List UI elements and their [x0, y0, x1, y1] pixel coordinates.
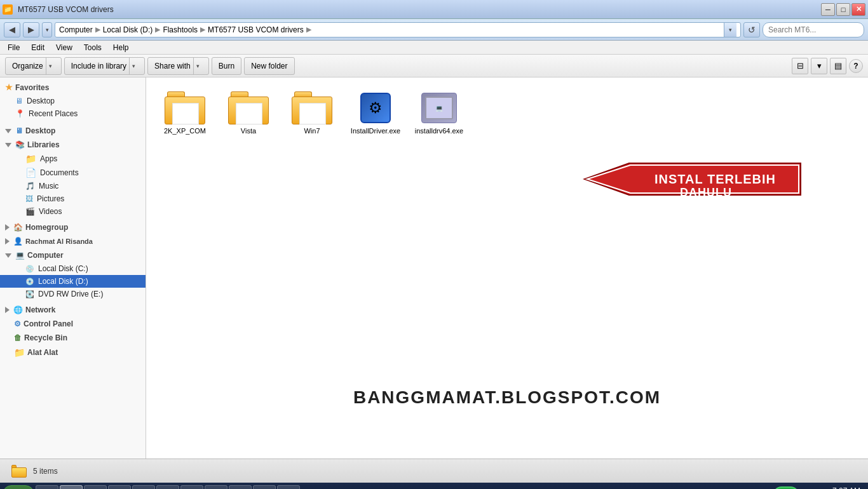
exe-icon-installdrv64: 💻 [419, 91, 459, 124]
videos-icon: 🎬 [25, 207, 35, 216]
computer-label: Computer [27, 251, 64, 260]
libraries-icon: 📚 [15, 140, 25, 149]
include-dropdown[interactable]: ▾ [129, 57, 138, 75]
sidebar-item-music[interactable]: 🎵 Music [0, 180, 146, 192]
sidebar-homegroup-header[interactable]: 🏠 Homegroup [0, 220, 146, 234]
system-clock[interactable]: 7:07 AM 7/30/2015 [827, 486, 860, 489]
taskbar-chrome[interactable]: 🔵 [132, 485, 155, 489]
taskbar-screen[interactable]: 🖥 [84, 485, 107, 489]
svg-text:DAHULU: DAHULU [680, 186, 732, 199]
control-panel-icon: ⚙ [14, 319, 21, 328]
taskbar-app2[interactable]: 📦 [180, 485, 203, 489]
search-input[interactable] [763, 22, 864, 37]
folder-icon-win7 [292, 91, 332, 124]
sidebar-desktop-section[interactable]: 🖥 Desktop [0, 124, 146, 138]
status-folder-icon [10, 464, 28, 479]
taskbar-app1[interactable]: ⚡ [156, 485, 179, 489]
file-installdrv64[interactable]: 💻 installdrv64.exe [410, 88, 468, 138]
watermark-text: BANGGMAMAT.BLOGSPOT.COM [353, 387, 661, 408]
libraries-expand-icon [5, 143, 11, 147]
sidebar: ★ Favorites 🖥 Desktop 📍 Recent Places 🖥 … [0, 77, 146, 459]
sidebar-control-panel[interactable]: ⚙ Control Panel [0, 317, 146, 331]
sidebar-favorites-header[interactable]: ★ Favorites [0, 80, 146, 95]
taskbar-app3[interactable]: 🟢 [205, 485, 227, 489]
burn-button[interactable]: Burn [212, 57, 241, 75]
file-win7[interactable]: Win7 [283, 88, 341, 138]
back-button[interactable]: ◀ [4, 22, 20, 37]
addressbar: ◀ ▶ ▾ Computer ▶ Local Disk (D:) ▶ Flash… [0, 19, 868, 41]
share-dropdown[interactable]: ▾ [193, 57, 202, 75]
menu-view[interactable]: View [51, 42, 78, 53]
homegroup-expand-icon [5, 224, 10, 231]
menu-edit[interactable]: Edit [26, 42, 50, 53]
alat-label: Alat Alat [27, 348, 58, 357]
network-expand-icon [5, 307, 10, 313]
include-library-button[interactable]: Include in library ▾ [64, 57, 145, 75]
minimize-button[interactable]: ─ [821, 3, 835, 16]
forward-button[interactable]: ▶ [23, 22, 39, 37]
toolbar: Organize ▾ Include in library ▾ Share wi… [0, 55, 868, 77]
file-label-win7: Win7 [304, 127, 320, 135]
taskbar-explorer[interactable]: 📁 [60, 485, 83, 489]
address-box[interactable]: Computer ▶ Local Disk (D:) ▶ Flashtools … [55, 22, 741, 37]
folder-icon-vista [228, 91, 269, 124]
window-controls: ─ □ ✕ [821, 3, 865, 16]
sidebar-alat-alat[interactable]: 📁 Alat Alat [0, 345, 146, 360]
nav-dropdown[interactable]: ▾ [42, 22, 52, 37]
user-icon: 👤 [13, 237, 23, 246]
file-2kxpcom[interactable]: 2K_XP_COM [156, 88, 214, 138]
main-area: ★ Favorites 🖥 Desktop 📍 Recent Places 🖥 … [0, 77, 868, 459]
help-button[interactable]: ? [849, 59, 863, 73]
dvd-icon: 💽 [25, 290, 34, 298]
menu-file[interactable]: File [3, 42, 25, 53]
sidebar-item-apps[interactable]: 📁 Apps [0, 152, 146, 166]
sidebar-recycle-bin[interactable]: 🗑 Recycle Bin [0, 331, 146, 345]
desktop-section-label: Desktop [25, 126, 55, 135]
sidebar-computer-header[interactable]: 💻 Computer [0, 248, 146, 262]
system-tray: ▲ 🏳 📶 🔊 69% ↑ 0 B/s ↓ 0 B/s 7:07 AM 7/30… [713, 486, 865, 489]
titlebar: 📁 MT6577 USB VCOM drivers ─ □ ✕ [0, 0, 868, 19]
view-dropdown-button[interactable]: ▾ [811, 58, 827, 74]
change-view-button[interactable]: ⊟ [792, 58, 808, 74]
organize-dropdown[interactable]: ▾ [46, 57, 55, 75]
sidebar-item-dvd[interactable]: 💽 DVD RW Drive (E:) [0, 288, 146, 300]
addr-dropdown-btn[interactable]: ▾ [724, 23, 736, 37]
close-button[interactable]: ✕ [851, 3, 865, 16]
taskbar-ie[interactable]: 🌐 [36, 485, 58, 489]
sidebar-libraries-header[interactable]: 📚 Libraries [0, 138, 146, 152]
sidebar-item-desktop[interactable]: 🖥 Desktop [0, 95, 146, 107]
organize-button[interactable]: Organize ▾ [5, 57, 62, 75]
menu-tools[interactable]: Tools [79, 42, 107, 53]
sidebar-item-recent[interactable]: 📍 Recent Places [0, 107, 146, 120]
localc-icon: 💿 [25, 265, 34, 273]
svg-text:INSTAL TERLEBIH: INSTAL TERLEBIH [654, 172, 776, 186]
content-area: 2K_XP_COM Vista Win7 [146, 77, 868, 459]
sidebar-network-header[interactable]: 🌐 Network [0, 303, 146, 317]
sidebar-item-videos[interactable]: 🎬 Videos [0, 205, 146, 218]
titlebar-title: MT6577 USB VCOM drivers [18, 5, 114, 14]
network-label: Network [25, 305, 55, 314]
share-button[interactable]: Share with ▾ [147, 57, 209, 75]
preview-pane-button[interactable]: ▤ [830, 58, 846, 74]
taskbar-app4[interactable]: 🟡 [229, 485, 252, 489]
menu-help[interactable]: Help [108, 42, 134, 53]
titlebar-left: 📁 MT6577 USB VCOM drivers [3, 4, 114, 15]
sidebar-item-documents[interactable]: 📄 Documents [0, 166, 146, 180]
file-vista[interactable]: Vista [220, 88, 277, 138]
taskbar-firefox[interactable]: 🦊 [108, 485, 131, 489]
refresh-button[interactable]: ↺ [743, 22, 760, 37]
apps-folder-icon: 📁 [25, 154, 36, 164]
sidebar-user-header[interactable]: 👤 Rachmat Al Risanda [0, 234, 146, 248]
file-installdriver[interactable]: ⚙ InstallDriver.exe [347, 88, 404, 138]
taskbar-paint[interactable]: 🎨 [277, 485, 300, 489]
taskbar-vlc[interactable]: 🎵 [253, 485, 276, 489]
sidebar-item-localc[interactable]: 💿 Local Disk (C:) [0, 262, 146, 275]
start-button[interactable]: ⊞ [3, 485, 34, 489]
sidebar-item-locald[interactable]: 💿 Local Disk (D:) [0, 275, 146, 288]
arrow-svg: INSTAL TERLEBIH DAHULU [578, 151, 820, 208]
maximize-button[interactable]: □ [836, 3, 850, 16]
sidebar-item-pictures[interactable]: 🖼 Pictures [0, 192, 146, 205]
new-folder-button[interactable]: New folder [244, 57, 294, 75]
libraries-label: Libraries [27, 140, 60, 149]
pictures-icon: 🖼 [25, 194, 33, 203]
